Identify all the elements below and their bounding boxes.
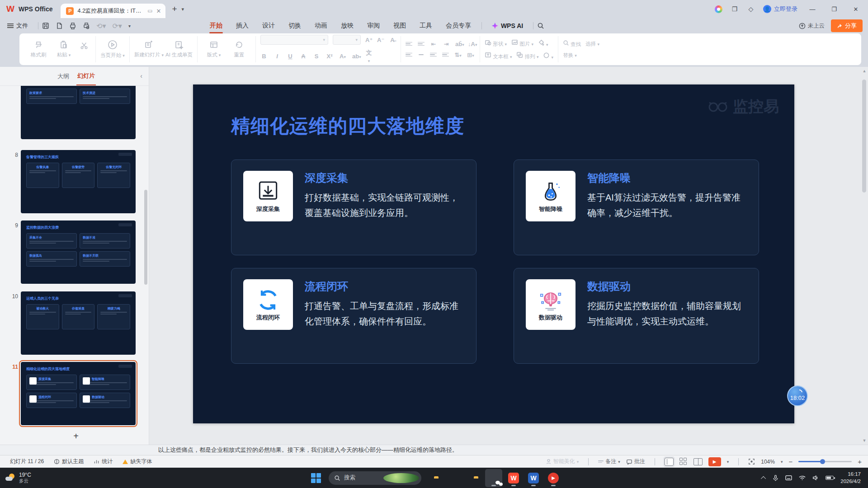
numbered-list-icon[interactable] xyxy=(418,42,425,46)
taskbar-app-file-explorer[interactable] xyxy=(425,469,443,487)
paste-button[interactable]: 粘贴 ▾ xyxy=(52,40,75,58)
slide-sorter-view-button[interactable] xyxy=(679,458,688,466)
export-pdf-icon[interactable] xyxy=(56,22,63,29)
smart-beautify-button[interactable]: 智能美化▾ xyxy=(546,458,579,465)
fit-slide-icon[interactable] xyxy=(748,458,755,465)
tab-放映[interactable]: 放映 xyxy=(334,19,360,33)
slide-thumbnail-partial[interactable]: 政策与技术的双重驱动政策要求技术演进 xyxy=(21,86,136,139)
battery-icon[interactable] xyxy=(826,476,834,480)
bold-icon[interactable]: B xyxy=(260,53,268,60)
add-slide-button[interactable]: + xyxy=(68,431,84,442)
align-right-icon[interactable] xyxy=(430,53,437,57)
ai-generate-page-button[interactable]: AI 生成单页 xyxy=(165,40,193,58)
close-button[interactable]: ✕ xyxy=(849,3,863,15)
save-icon[interactable] xyxy=(42,22,49,29)
tab-审阅[interactable]: 审阅 xyxy=(360,19,387,33)
font-size-select[interactable]: ▾ xyxy=(333,35,361,45)
float-window-icon[interactable]: ❐ xyxy=(731,5,739,13)
increase-indent-icon[interactable]: ⇥ xyxy=(443,41,450,47)
theme-button[interactable]: 默认主题 xyxy=(54,458,84,465)
highlight-icon[interactable]: ab▾ xyxy=(352,53,359,60)
picture-button[interactable]: 图片 xyxy=(519,41,530,47)
align-center-icon[interactable] xyxy=(418,53,425,57)
cloud-sync-status[interactable]: 未上云 xyxy=(799,22,825,30)
collapse-panel-icon[interactable]: ‹ xyxy=(140,72,142,80)
share-button[interactable]: 分享 xyxy=(831,19,863,32)
shape-button[interactable]: 形状 xyxy=(493,41,503,47)
scroll-up-icon[interactable]: ▲ xyxy=(862,69,867,73)
speaker-notes-bar[interactable]: 以上这些痛点，都是企业粗放式监控的必然结果。接下来，我们就进入今天的核心部分——… xyxy=(0,445,868,455)
comment-button[interactable]: 批注 xyxy=(626,458,645,465)
theme-skin-icon[interactable] xyxy=(715,5,722,13)
tab-工具[interactable]: 工具 xyxy=(413,19,439,33)
zoom-slider[interactable] xyxy=(798,461,852,462)
find-button[interactable]: 查找 xyxy=(571,42,581,47)
current-slide[interactable]: 精细化运维的四大落地维度 监控易 深度采集深度采集打好数据基础，实现全链路可观测… xyxy=(193,84,794,423)
taskbar-app-word[interactable]: W xyxy=(525,469,542,487)
wifi-icon[interactable] xyxy=(799,475,806,481)
tab-list-chevron-icon[interactable]: ▾ xyxy=(182,6,184,12)
bullet-list-icon[interactable] xyxy=(406,42,412,46)
new-slide-button[interactable]: 新建幻灯片 ▾ xyxy=(134,40,164,58)
missing-font-warning[interactable]: 缺失字体 xyxy=(123,458,152,465)
taskbar-app-folder[interactable] xyxy=(465,469,482,487)
text-effect-icon[interactable]: 文▾ xyxy=(365,49,373,64)
format-painter-button[interactable]: 格式刷 xyxy=(27,40,50,58)
taskbar-search[interactable]: 搜索 xyxy=(329,471,421,485)
tab-插入[interactable]: 插入 xyxy=(229,19,255,33)
taskbar-app-wps[interactable]: W xyxy=(505,469,522,487)
search-icon[interactable] xyxy=(537,22,544,29)
shadow-icon[interactable]: S xyxy=(313,53,320,60)
tab-开始[interactable]: 开始 xyxy=(203,19,229,33)
font-color-icon[interactable]: A▾ xyxy=(339,53,346,60)
components-icon[interactable]: ◇ xyxy=(747,5,755,13)
slideshow-options-chevron-icon[interactable]: ▾ xyxy=(727,460,729,464)
dimension-card[interactable]: 智能降噪智能降噪基于AI算法过滤无效告警，提升告警准确率，减少运维干扰。 xyxy=(514,160,759,255)
increase-font-icon[interactable]: A⁺ xyxy=(365,37,373,43)
taskbar-weather[interactable]: 19°C 多云 xyxy=(0,472,54,484)
hidden-icons-chevron-icon[interactable] xyxy=(762,476,766,480)
dimension-card[interactable]: 数据驱动数据驱动挖掘历史监控数据价值，辅助容量规划与性能调优，实现主动式运维。 xyxy=(514,268,759,364)
replace-button[interactable]: 替换 xyxy=(563,52,573,58)
volume-icon[interactable] xyxy=(812,475,819,481)
notes-button[interactable]: 备注▾ xyxy=(598,458,620,465)
zoom-level[interactable]: 104% xyxy=(761,459,775,465)
zoom-out-button[interactable]: − xyxy=(788,458,793,465)
layout-button[interactable]: 版式 ▾ xyxy=(202,40,226,58)
justify-icon[interactable] xyxy=(442,53,449,57)
minimize-button[interactable]: — xyxy=(806,3,819,15)
print-preview-icon[interactable] xyxy=(83,22,90,29)
italic-icon[interactable]: I xyxy=(274,53,281,60)
qat-chevron-icon[interactable]: ▾ xyxy=(128,23,131,28)
stats-button[interactable]: 统计 xyxy=(94,458,113,465)
line-spacing-icon[interactable]: ⇅▾ xyxy=(454,52,462,58)
cut-button[interactable] xyxy=(77,42,91,57)
redo-icon[interactable]: ⟳▾ xyxy=(112,22,122,30)
taskbar-clock[interactable]: 16:17 2026/4/2 xyxy=(840,471,861,485)
font-family-select[interactable]: ▾ xyxy=(260,35,328,45)
clear-format-icon[interactable]: A̶ xyxy=(389,37,396,43)
wps-home-button[interactable]: W WPS Office xyxy=(0,0,61,18)
taskbar-app-wechat[interactable] xyxy=(485,469,502,487)
char-spacing-icon[interactable]: ab̄▾ xyxy=(455,41,462,47)
decrease-font-icon[interactable]: A⁻ xyxy=(377,37,384,43)
microphone-icon[interactable] xyxy=(773,475,778,481)
panel-scrollbar[interactable] xyxy=(144,190,147,285)
slide-thumbnail-9[interactable]: 监控数据的四大浪费采集不全数据不准数据孤岛数据不关联 xyxy=(21,221,136,284)
restore-button[interactable]: ❐ xyxy=(827,3,841,15)
textbox-button[interactable]: 文本框 xyxy=(493,54,509,59)
tab-close-icon[interactable]: ✕ xyxy=(156,8,161,14)
timer-bubble[interactable]: 18:02 xyxy=(787,385,808,406)
undo-icon[interactable]: ⟲▾ xyxy=(96,22,106,30)
scrollbar-thumb[interactable] xyxy=(862,80,866,192)
slide-thumbnail-8[interactable]: 告警管理的三大顽疾告警风暴告警疲劳告警无闭环 xyxy=(21,150,136,213)
zoom-in-button[interactable]: + xyxy=(858,458,862,465)
dimension-card[interactable]: 流程闭环流程闭环打通告警、工单与复盘流程，形成标准化管理体系，确保件件有回应。 xyxy=(231,268,476,364)
slide-thumbnail-10[interactable]: 运维人员的三个无奈被动救火价值难显精疲力竭 xyxy=(21,291,136,355)
strikethrough-icon[interactable]: A xyxy=(300,53,307,60)
vertical-scrollbar[interactable]: ▲ ▼ xyxy=(862,69,867,443)
search-highlight-image[interactable] xyxy=(383,473,419,483)
reset-button[interactable]: 重置 xyxy=(227,40,251,58)
decrease-indent-icon[interactable]: ⇤ xyxy=(430,41,437,47)
tab-切换[interactable]: 切换 xyxy=(282,19,308,33)
